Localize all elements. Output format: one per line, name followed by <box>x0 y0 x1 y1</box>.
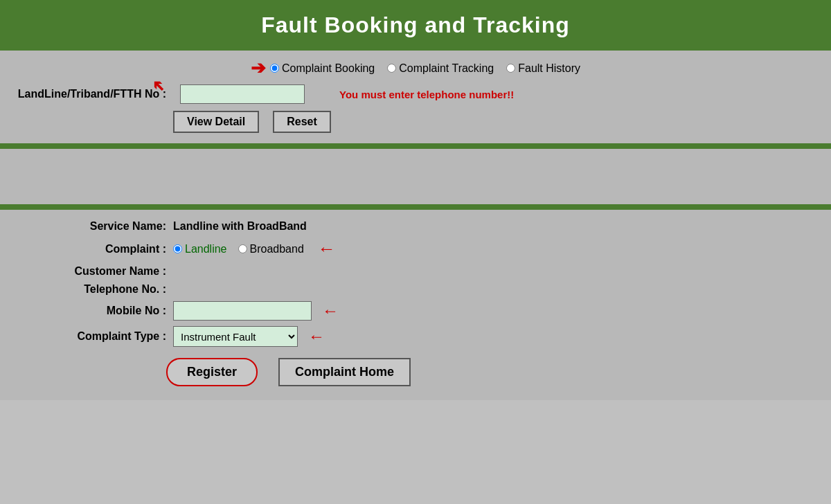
arrow-left-mobile: ← <box>322 301 339 321</box>
telephone-row: Telephone No. : <box>28 283 803 296</box>
button-row: View Detail Reset <box>173 111 817 133</box>
phone-input[interactable] <box>180 84 305 104</box>
radio-broadband-input[interactable] <box>238 244 247 253</box>
arrow-left-complaint-type: ← <box>308 327 325 346</box>
customer-name-row: Customer Name : <box>28 265 803 278</box>
telephone-label: Telephone No. : <box>28 283 166 296</box>
error-message: You must enter telephone number!! <box>339 89 514 100</box>
complaint-type-row: Complaint Type : Instrument Fault Line F… <box>28 326 803 347</box>
arrow-left-complaint: ← <box>318 238 336 260</box>
service-name-row: Service Name: Landline with BroadBand <box>28 220 803 233</box>
radio-booking-input[interactable] <box>270 64 279 73</box>
complaint-label: Complaint : <box>28 243 166 255</box>
top-section: ➔ Complaint Booking Complaint Tracking F… <box>0 51 831 143</box>
radio-landline-input[interactable] <box>173 244 182 253</box>
radio-broadband[interactable]: Broadband <box>238 243 304 255</box>
radio-landline-label: Landline <box>185 243 227 255</box>
radio-landline[interactable]: Landline <box>173 243 227 255</box>
radio-tracking-input[interactable] <box>387 64 396 73</box>
customer-name-label: Customer Name : <box>28 265 166 278</box>
service-name-value: Landline with BroadBand <box>173 220 307 233</box>
register-button[interactable]: Register <box>166 358 258 386</box>
view-detail-button[interactable]: View Detail <box>173 111 259 133</box>
bottom-buttons: Register Complaint Home <box>166 358 803 386</box>
mobile-row: Mobile No : ← <box>28 301 803 321</box>
mobile-label: Mobile No : <box>28 305 166 317</box>
complaint-type-label: Complaint Type : <box>28 330 166 343</box>
bottom-section: Service Name: Landline with BroadBand Co… <box>0 210 831 400</box>
radio-booking-label: Complaint Booking <box>282 62 375 75</box>
mobile-input[interactable] <box>173 301 312 321</box>
radio-complaint-tracking[interactable]: Complaint Tracking <box>387 62 494 75</box>
radio-complaint-booking[interactable]: Complaint Booking <box>270 62 375 75</box>
page-title: Fault Booking and Tracking <box>0 12 831 38</box>
header-bar: Fault Booking and Tracking <box>0 0 831 51</box>
arrow-right-indicator: ➔ <box>251 57 266 79</box>
service-name-label: Service Name: <box>28 220 166 233</box>
radio-tracking-label: Complaint Tracking <box>399 62 494 75</box>
reset-button[interactable]: Reset <box>273 111 331 133</box>
complaint-home-button[interactable]: Complaint Home <box>278 358 411 386</box>
phone-label: LandLine/Triband/FTTH No : <box>18 88 166 100</box>
radio-row-container: ➔ Complaint Booking Complaint Tracking F… <box>14 57 817 79</box>
radio-history-label: Fault History <box>518 62 580 75</box>
green-divider-bottom <box>0 204 831 210</box>
radio-broadband-label: Broadband <box>250 243 304 255</box>
complaint-type-select[interactable]: Instrument Fault Line Fault No Dial Tone… <box>173 326 298 347</box>
radio-history-input[interactable] <box>506 64 515 73</box>
radio-fault-history[interactable]: Fault History <box>506 62 580 75</box>
empty-section <box>0 149 831 204</box>
complaint-radio-row: Complaint : Landline Broadband ← <box>28 238 803 260</box>
green-divider-top <box>0 143 831 149</box>
complaint-options: Landline Broadband <box>173 243 304 255</box>
